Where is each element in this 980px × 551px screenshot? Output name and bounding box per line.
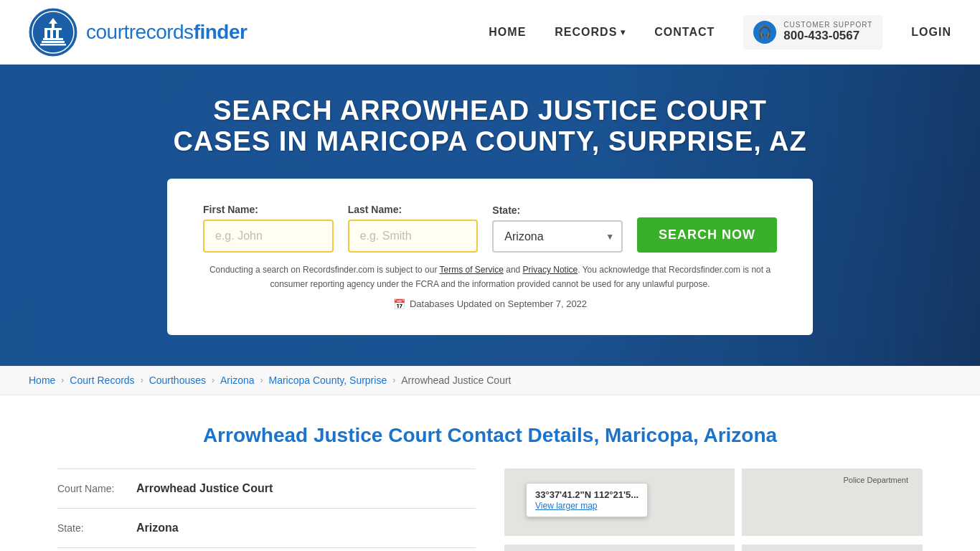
breadcrumb-current: Arrowhead Justice Court xyxy=(401,375,511,386)
hero-content: SEARCH ARROWHEAD JUSTICE COURT CASES IN … xyxy=(167,95,813,334)
breadcrumb-sep-2: › xyxy=(141,375,143,385)
first-name-field-group: First Name: xyxy=(203,204,334,253)
search-fields: First Name: Last Name: State: Arizona Al… xyxy=(203,204,777,253)
logo[interactable]: courtrecordsfinder xyxy=(29,8,247,57)
breadcrumb-maricopa[interactable]: Maricopa County, Surprise xyxy=(268,375,387,386)
privacy-link[interactable]: Privacy Notice xyxy=(523,265,578,275)
breadcrumb-sep-3: › xyxy=(212,375,215,385)
svg-rect-4 xyxy=(40,44,66,46)
site-header: courtrecordsfinder HOME RECORDS ▾ CONTAC… xyxy=(0,0,980,65)
nav-records[interactable]: RECORDS ▾ xyxy=(555,26,626,39)
court-name-label: Court Name: xyxy=(57,483,129,494)
nav-home[interactable]: HOME xyxy=(489,26,526,39)
map-tooltip: 33°37'41.2"N 112°21'5... View larger map xyxy=(526,483,648,517)
hero-title: SEARCH ARROWHEAD JUSTICE COURT CASES IN … xyxy=(167,95,813,157)
map-container[interactable]: Police Department Statler Plaza rsity(UA… xyxy=(504,468,923,551)
logo-text: courtrecordsfinder xyxy=(86,21,247,44)
logo-icon xyxy=(29,8,77,57)
last-name-field-group: Last Name: xyxy=(348,204,479,253)
first-name-input[interactable] xyxy=(203,220,334,253)
content-section: Arrowhead Justice Court Contact Details,… xyxy=(0,395,980,551)
first-name-label: First Name: xyxy=(203,204,334,215)
breadcrumb-home[interactable]: Home xyxy=(29,375,55,386)
nav-contact[interactable]: CONTACT xyxy=(654,26,715,39)
svg-rect-9 xyxy=(56,29,59,38)
svg-rect-7 xyxy=(44,29,47,38)
svg-rect-2 xyxy=(43,38,63,40)
breadcrumb-sep-1: › xyxy=(61,375,64,385)
court-name-value: Arrowhead Justice Court xyxy=(136,482,273,495)
map-background: Police Department Statler Plaza rsity(UA… xyxy=(504,468,923,551)
breadcrumb-court-records[interactable]: Court Records xyxy=(70,375,134,386)
map-road-horizontal xyxy=(504,536,923,545)
state-select-wrapper: Arizona Alabama Alaska California xyxy=(492,220,623,253)
breadcrumb: Home › Court Records › Courthouses › Ari… xyxy=(0,366,980,395)
breadcrumb-sep-5: › xyxy=(392,375,395,385)
state-label: State: xyxy=(492,204,623,216)
breadcrumb-arizona[interactable]: Arizona xyxy=(220,375,254,386)
state-label-detail: State: xyxy=(57,522,129,534)
last-name-input[interactable] xyxy=(348,220,479,253)
calendar-icon: 📅 xyxy=(393,298,405,310)
map-label-police: Police Department xyxy=(844,476,909,484)
details-table: Court Name: Arrowhead Justice Court Stat… xyxy=(57,468,476,551)
customer-support-box[interactable]: 🎧 CUSTOMER SUPPORT 800-433-0567 xyxy=(743,15,882,50)
last-name-label: Last Name: xyxy=(348,204,479,215)
svg-rect-8 xyxy=(50,29,53,38)
disclaimer-text: Conducting a search on Recordsfinder.com… xyxy=(203,263,777,291)
breadcrumb-sep-4: › xyxy=(260,375,263,385)
search-card: First Name: Last Name: State: Arizona Al… xyxy=(167,179,813,334)
svg-rect-10 xyxy=(44,28,62,30)
support-text: CUSTOMER SUPPORT 800-433-0567 xyxy=(783,21,872,43)
hero-section: SEARCH ARROWHEAD JUSTICE COURT CASES IN … xyxy=(0,65,980,366)
state-value: Arizona xyxy=(136,522,179,534)
map-view-larger-link[interactable]: View larger map xyxy=(535,501,597,511)
terms-link[interactable]: Terms of Service xyxy=(440,265,504,275)
state-select[interactable]: Arizona Alabama Alaska California xyxy=(492,220,623,253)
map-coordinates: 33°37'41.2"N 112°21'5... xyxy=(535,489,639,500)
main-nav: HOME RECORDS ▾ CONTACT 🎧 CUSTOMER SUPPOR… xyxy=(489,15,951,50)
svg-rect-3 xyxy=(42,41,65,43)
section-title: Arrowhead Justice Court Contact Details,… xyxy=(57,424,923,447)
nav-login[interactable]: LOGIN xyxy=(911,26,951,39)
db-updated: 📅 Databases Updated on September 7, 2022 xyxy=(203,298,777,310)
headphone-icon: 🎧 xyxy=(753,21,776,44)
table-row: Court Name: Arrowhead Justice Court xyxy=(57,469,476,509)
content-grid: Court Name: Arrowhead Justice Court Stat… xyxy=(57,468,923,551)
map-road-vertical xyxy=(735,468,742,551)
table-row: State: Arizona xyxy=(57,509,476,548)
breadcrumb-courthouses[interactable]: Courthouses xyxy=(149,375,206,386)
records-chevron-icon: ▾ xyxy=(621,27,626,37)
state-field-group: State: Arizona Alabama Alaska California xyxy=(492,204,623,253)
search-button[interactable]: SEARCH NOW xyxy=(637,217,777,253)
